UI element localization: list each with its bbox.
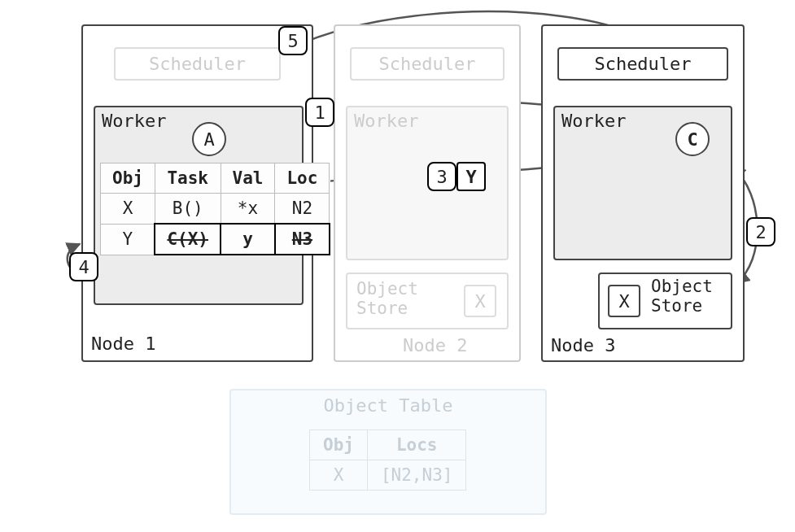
ownership-row-x: X B() *x N2 (101, 194, 330, 225)
global-object-table-grid: Obj Locs X [N2,N3] (309, 430, 466, 491)
node-1-label: Node 1 (91, 334, 155, 525)
step-2: 2 (746, 217, 775, 246)
node-3-scheduler: Scheduler (557, 47, 728, 81)
node-2-scheduler: Scheduler (350, 47, 505, 81)
node-2-worker-label: Worker (354, 111, 418, 131)
step-3-payload-y: Y (456, 162, 486, 191)
node-3-object-store-item-x: X (608, 285, 640, 317)
ownership-header-val: Val (221, 164, 275, 194)
node-2-object-store-label: Object Store (356, 279, 418, 318)
obj-table-header-obj: Obj (310, 430, 368, 460)
node-1-actor-a: A (192, 122, 226, 156)
node-3-label: Node 3 (551, 335, 615, 525)
global-object-table-title: Object Table (229, 395, 547, 416)
node-1-scheduler: Scheduler (114, 47, 281, 81)
ownership-table: Obj Task Val Loc X B() *x N2 Y C(X) y N3 (100, 163, 330, 255)
step-3: 3 (427, 162, 456, 191)
obj-table-header-locs: Locs (367, 430, 466, 460)
step-5: 5 (278, 26, 308, 55)
node-1-worker-label: Worker (102, 111, 166, 131)
node-3-object-store-label: Object Store (651, 277, 713, 316)
node-2-object-store-item-x: X (464, 285, 496, 317)
node-3-worker-label: Worker (561, 111, 626, 131)
ownership-header-task: Task (155, 164, 221, 194)
step-1: 1 (305, 98, 334, 127)
step-4: 4 (69, 252, 98, 281)
ownership-row-y: Y C(X) y N3 (101, 224, 330, 255)
node-3-actor-c: C (675, 122, 710, 156)
ownership-header-obj: Obj (101, 164, 155, 194)
obj-table-row-x: X [N2,N3] (310, 460, 466, 491)
ownership-header-loc: Loc (275, 164, 330, 194)
